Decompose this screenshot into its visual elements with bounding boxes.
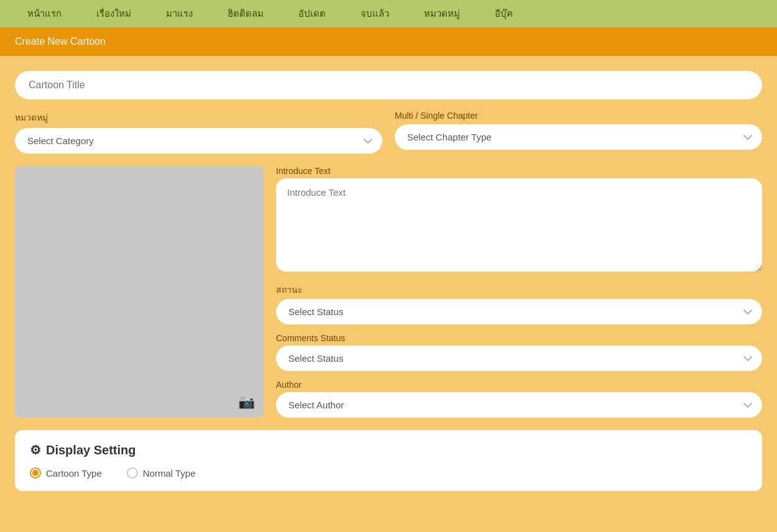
radio-normal-type-circle <box>127 467 138 479</box>
cartoon-title-input[interactable] <box>15 71 762 99</box>
radio-cartoon-type[interactable]: Cartoon Type <box>30 467 102 479</box>
nav-item-home[interactable]: หน้าแรก <box>10 6 79 21</box>
main-content: หมวดหมู่ Select Category Multi / Single … <box>0 56 777 532</box>
nav-item-ebook[interactable]: อีบุ๊ค <box>477 6 530 21</box>
status-select[interactable]: Select Status <box>276 299 762 324</box>
nav-bar: หน้าแรก เรื่องใหม่ มาแรง ฮิตติดลม อัปเดต… <box>0 0 777 27</box>
radio-cartoon-type-circle <box>30 467 41 479</box>
nav-item-trending[interactable]: มาแรง <box>149 6 210 21</box>
author-label: Author <box>276 380 762 390</box>
page-title: Create New Cartoon <box>15 36 106 47</box>
gear-icon: ⚙ <box>30 443 41 457</box>
introduce-field: Introduce Text <box>276 166 762 274</box>
comments-status-label: Comments Status <box>276 333 762 343</box>
chapter-type-col: Multi / Single Chapter Select Chapter Ty… <box>395 111 762 154</box>
image-form-row: 📷 Introduce Text สถานะ Select Status Com… <box>15 166 762 418</box>
display-setting-title: ⚙ Display Setting <box>30 443 747 457</box>
page-header: Create New Cartoon <box>0 27 777 56</box>
introduce-textarea[interactable] <box>276 178 762 272</box>
comments-status-field: Comments Status Select Status <box>276 333 762 371</box>
display-setting-section: ⚙ Display Setting Cartoon Type Normal Ty… <box>15 430 762 491</box>
radio-normal-type[interactable]: Normal Type <box>127 467 196 479</box>
radio-cartoon-type-label: Cartoon Type <box>46 468 102 479</box>
category-chapter-row: หมวดหมู่ Select Category Multi / Single … <box>15 111 762 154</box>
nav-item-hot[interactable]: ฮิตติดลม <box>210 6 281 21</box>
category-col: หมวดหมู่ Select Category <box>15 111 382 154</box>
category-select[interactable]: Select Category <box>15 128 382 154</box>
radio-row: Cartoon Type Normal Type <box>30 467 747 479</box>
nav-item-finished[interactable]: จบแล้ว <box>343 6 407 21</box>
form-right-section: Introduce Text สถานะ Select Status Comme… <box>276 166 762 418</box>
display-setting-label: Display Setting <box>46 443 136 457</box>
status-label: สถานะ <box>276 283 762 296</box>
nav-item-new[interactable]: เรื่องใหม่ <box>79 6 149 21</box>
nav-item-update[interactable]: อัปเดต <box>281 6 343 21</box>
nav-item-category[interactable]: หมวดหมู่ <box>407 6 477 21</box>
cover-image-placeholder[interactable]: 📷 <box>15 166 264 418</box>
author-select[interactable]: Select Author <box>276 392 762 418</box>
category-label: หมวดหมู่ <box>15 111 382 124</box>
status-field: สถานะ Select Status <box>276 283 762 324</box>
camera-icon[interactable]: 📷 <box>238 394 255 410</box>
radio-normal-type-label: Normal Type <box>143 468 196 479</box>
introduce-label: Introduce Text <box>276 166 762 176</box>
chapter-type-select[interactable]: Select Chapter Type <box>395 124 762 150</box>
comments-status-select[interactable]: Select Status <box>276 346 762 371</box>
chapter-type-label: Multi / Single Chapter <box>395 111 762 121</box>
author-field: Author Select Author <box>276 380 762 418</box>
